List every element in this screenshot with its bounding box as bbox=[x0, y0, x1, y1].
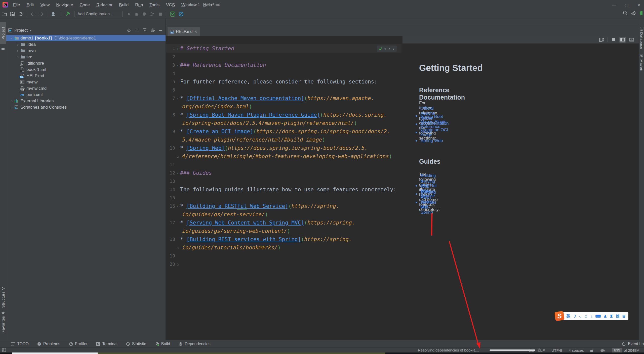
tree-item-scratches-and-consoles[interactable]: ›Scratches and Consoles bbox=[6, 104, 166, 110]
tree-item--mvn[interactable]: ›.mvn bbox=[6, 48, 166, 54]
menu-item-file[interactable]: File bbox=[13, 3, 20, 8]
tree-item-external-libraries[interactable]: ›External Libraries bbox=[6, 98, 166, 104]
sidebar-tab-project[interactable]: Project bbox=[0, 22, 6, 44]
editor-line-17[interactable]: 17* [Serving Web Content with Spring MVC… bbox=[166, 218, 401, 227]
expand-all-icon[interactable] bbox=[135, 28, 139, 32]
sidebar-tab-maven[interactable]: m Maven bbox=[639, 53, 644, 71]
event-log-button[interactable]: Event Log bbox=[622, 340, 644, 348]
show-preview-only-icon[interactable] bbox=[628, 37, 635, 43]
toolwindow-button-profiler[interactable]: Profiler bbox=[69, 342, 88, 346]
prohibit-icon[interactable] bbox=[179, 12, 184, 17]
maximize-button[interactable]: ▢ bbox=[625, 3, 628, 8]
editor-line-16[interactable]: 16∨* [Building a RESTful Web Service](ht… bbox=[166, 202, 401, 210]
tab-help-md[interactable]: MD HELP.md ✕ bbox=[168, 27, 200, 36]
show-editor-only-icon[interactable] bbox=[610, 37, 617, 43]
line-separator[interactable]: LF bbox=[540, 348, 545, 352]
preview-link[interactable]: Create an OCI image bbox=[416, 128, 449, 137]
tree-item-mvnw-cmd[interactable]: CMDmvnw.cmd bbox=[6, 85, 166, 92]
editor-line-10[interactable]: 10* [Spring Web](https://docs.spring.io/… bbox=[166, 144, 401, 152]
ime-icon[interactable]: ·, bbox=[579, 314, 581, 318]
menu-item-refactor[interactable]: Refactor bbox=[96, 3, 112, 8]
code-with-me-icon[interactable] bbox=[170, 12, 175, 17]
forward-icon[interactable] bbox=[39, 12, 43, 16]
sogou-ime-toolbar[interactable]: S 英☽·,☺♪⌨♟♜简⊞ bbox=[555, 311, 628, 321]
editor-line-20[interactable]: 20⌂ bbox=[166, 260, 401, 268]
gutter-icon[interactable]: ∨ bbox=[175, 47, 180, 50]
menu-item-edit[interactable]: Edit bbox=[26, 3, 34, 8]
locate-file-icon[interactable] bbox=[127, 28, 131, 32]
lock-icon[interactable] bbox=[590, 348, 594, 352]
coverage-icon[interactable] bbox=[142, 12, 146, 16]
editor-line-12[interactable]: 12∨### Guides bbox=[166, 169, 401, 177]
editor-line-15[interactable]: 15 bbox=[166, 194, 401, 202]
tree-chevron-icon[interactable]: › bbox=[16, 49, 20, 53]
close-tab-icon[interactable]: ✕ bbox=[194, 30, 197, 34]
indent-setting[interactable]: 4 spaces bbox=[569, 348, 584, 352]
back-icon[interactable] bbox=[31, 12, 35, 16]
debug-icon[interactable] bbox=[135, 12, 139, 16]
editor-line-3[interactable]: 3∨### Reference Documentation bbox=[166, 61, 401, 69]
tree-chevron-icon[interactable]: › bbox=[16, 42, 20, 47]
toolwindow-button-build[interactable]: Build bbox=[155, 342, 170, 346]
menu-item-run[interactable]: Run bbox=[135, 3, 143, 8]
cloud-settings-icon[interactable] bbox=[600, 348, 605, 352]
caret-position[interactable]: 1:1 bbox=[529, 348, 534, 352]
tree-item-help-md[interactable]: MDHELP.md bbox=[6, 73, 166, 79]
layout-toggle-icon[interactable] bbox=[598, 37, 605, 43]
collapse-all-icon[interactable] bbox=[143, 28, 147, 32]
hide-panel-icon[interactable] bbox=[159, 29, 163, 32]
ime-icon[interactable]: 英 bbox=[566, 314, 570, 318]
editor-line-5[interactable]: 5For further reference, please consider … bbox=[166, 77, 401, 86]
editor-line-6[interactable]: 6 bbox=[166, 86, 401, 94]
ime-icon[interactable]: ♪ bbox=[591, 314, 593, 318]
ime-icon[interactable]: ⌨ bbox=[595, 314, 601, 318]
sidebar-tab-structure[interactable]: Structure bbox=[0, 287, 6, 308]
file-encoding[interactable]: UTF-8 bbox=[551, 348, 562, 352]
prev-issue-icon[interactable]: ∧ bbox=[388, 47, 390, 51]
editor-line-wrap[interactable]: io/spring-boot/docs/2.5.4/maven-plugin/r… bbox=[166, 119, 401, 127]
minimize-button[interactable]: — bbox=[612, 3, 616, 7]
ime-icon[interactable]: ♟ bbox=[603, 314, 607, 318]
memory-indicator[interactable]: 639 of 2048M bbox=[612, 348, 639, 352]
panel-title[interactable]: Project bbox=[14, 28, 28, 33]
gutter-icon[interactable]: ∨ bbox=[175, 63, 180, 67]
sidebar-tab-database[interactable]: Database bbox=[639, 27, 644, 49]
next-issue-icon[interactable]: ∨ bbox=[392, 47, 395, 51]
editor-line-9[interactable]: 9* [Create an OCI image](https://docs.sp… bbox=[166, 127, 401, 136]
editor-line-4[interactable]: 4 bbox=[166, 69, 401, 77]
ime-icon[interactable]: ⊞ bbox=[622, 314, 626, 318]
ime-icon[interactable]: ☺ bbox=[584, 314, 588, 318]
editor-pane[interactable]: 1∨# Getting Started23∨### Reference Docu… bbox=[166, 36, 401, 340]
inspections-widget[interactable]: 1 ∧ ∨ bbox=[377, 46, 397, 52]
search-everywhere-icon[interactable] bbox=[623, 11, 628, 16]
menu-item-tools[interactable]: Tools bbox=[149, 3, 159, 8]
build-hammer-icon[interactable] bbox=[65, 12, 70, 17]
editor-line-14[interactable]: 14The following guides illustrate how to… bbox=[166, 185, 401, 194]
editor-line-13[interactable]: 13 bbox=[166, 177, 401, 185]
ime-icon[interactable]: ☽ bbox=[573, 314, 576, 318]
sync-icon[interactable] bbox=[18, 12, 23, 16]
tree-chevron-icon[interactable]: › bbox=[16, 55, 20, 59]
stop-icon[interactable] bbox=[159, 12, 162, 16]
editor-line-wrap[interactable]: ⌂4/reference/htmlsingle/#boot-features-d… bbox=[166, 152, 401, 160]
sidebar-tab-favorites[interactable]: Favorites bbox=[0, 311, 6, 333]
gutter-icon[interactable]: ∨ bbox=[175, 171, 180, 175]
tree-item-src[interactable]: ›src bbox=[6, 54, 166, 60]
user-icon[interactable] bbox=[51, 12, 57, 16]
tree-item-pom-xml[interactable]: mpom.xml bbox=[6, 92, 166, 98]
menu-item-vcs[interactable]: VCS bbox=[166, 3, 175, 8]
save-icon[interactable] bbox=[10, 12, 15, 16]
editor-line-wrap[interactable]: 5.4/maven-plugin/reference/html/#build-i… bbox=[166, 136, 401, 144]
editor-line-1[interactable]: 1∨# Getting Started bbox=[166, 44, 401, 53]
run-icon[interactable] bbox=[127, 12, 131, 16]
gutter-icon[interactable]: ∨ bbox=[175, 96, 180, 100]
menu-item-view[interactable]: View bbox=[41, 3, 50, 8]
status-message[interactable]: Resolving dependencies of book-1... bbox=[418, 348, 479, 352]
editor-line-2[interactable]: 2 bbox=[166, 53, 401, 61]
show-editor-and-preview-icon[interactable] bbox=[619, 37, 626, 43]
editor-line-11[interactable]: 11 bbox=[166, 160, 401, 169]
tree-chevron-icon[interactable]: › bbox=[10, 36, 14, 40]
ime-icon[interactable]: ♜ bbox=[610, 314, 613, 318]
gradle-status-icon[interactable] bbox=[639, 11, 642, 16]
toolwindow-button-terminal[interactable]: Terminal bbox=[96, 342, 117, 346]
